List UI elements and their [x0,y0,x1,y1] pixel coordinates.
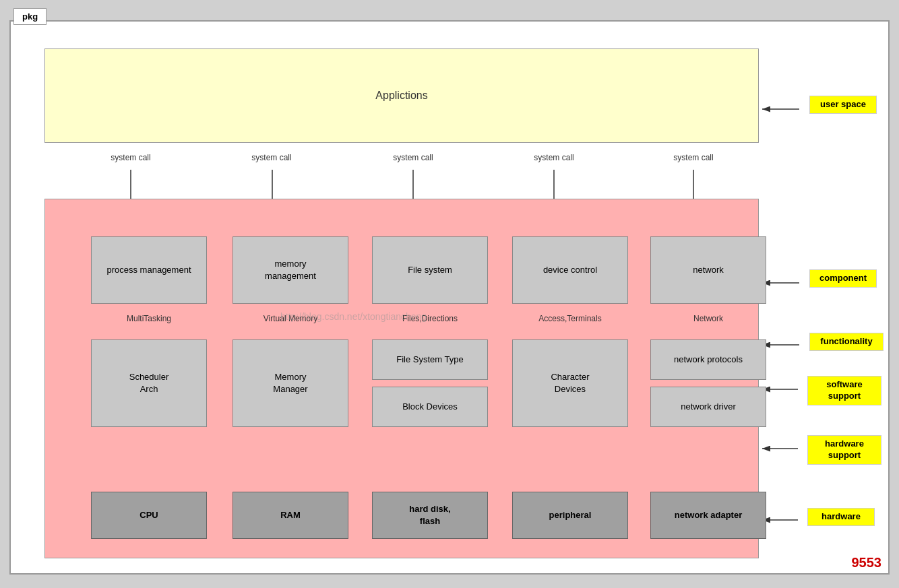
scheduler-arch-box: SchedulerArch [91,339,207,427]
user-space-box: Applictions [44,48,759,143]
network-driver-box: network driver [650,387,766,427]
bottom-logo: 9553 [852,555,882,570]
harddisk-box: hard disk,flash [372,492,488,539]
network-protocols-box: network protocols [650,339,766,380]
annotation-hardware: hardware [807,508,875,526]
applications-label: Applictions [375,90,427,102]
tab-pkg[interactable]: pkg [13,8,46,25]
syscall-label-4: system call [520,153,588,162]
func-label-4: Access,Terminals [512,314,628,323]
func-label-3: Files,Directions [372,314,488,323]
memory-manager-box: MemoryManager [232,339,348,427]
peripheral-box: peripheral [512,492,628,539]
character-devices-box: CharacterDevices [512,339,628,427]
cpu-box: CPU [91,492,207,539]
annotation-functionality: functionality [809,333,884,351]
func-label-5: Network [650,314,766,323]
process-management-box: process management [91,236,207,304]
kernel-box: process management memorymanagement File… [44,199,759,558]
device-control-box: device control [512,236,628,304]
memory-management-box: memorymanagement [232,236,348,304]
network-box: network [650,236,766,304]
syscall-label-1: system call [97,153,164,162]
user-space-annotation-text: user space [820,99,866,109]
block-devices-box: Block Devices [372,387,488,427]
diagram-container: Applictions user space system call syste… [9,20,890,575]
annotation-component: component [809,269,877,288]
annotation-user-space: user space [809,96,877,114]
syscall-label-3: system call [379,153,447,162]
file-system-type-box: File System Type [372,339,488,380]
ram-box: RAM [232,492,348,539]
file-system-box: File system [372,236,488,304]
annotation-software-support: softwaresupport [807,376,881,405]
func-label-2: Virtual Memory [232,314,348,323]
tab-label: pkg [22,11,38,22]
func-label-1: MultiTasking [91,314,207,323]
annotation-hardware-support: hardwaresupport [807,435,881,465]
syscall-label-2: system call [238,153,305,162]
syscall-label-5: system call [660,153,727,162]
network-adapter-box: network adapter [650,492,766,539]
